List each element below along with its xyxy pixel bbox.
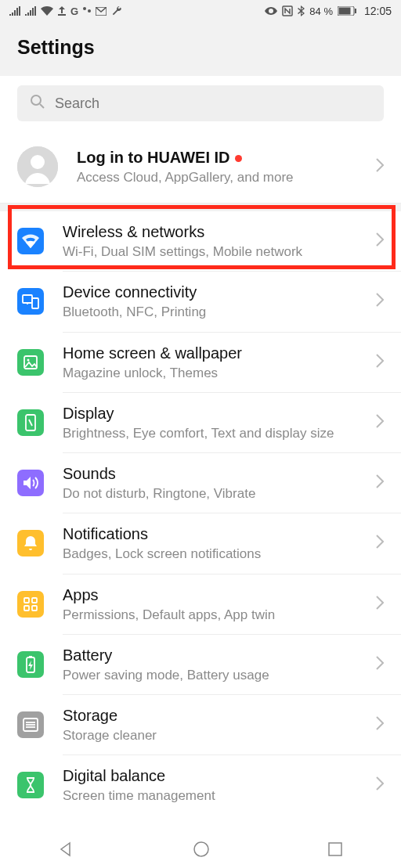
row-home-wallpaper[interactable]: Home screen & wallpaper Magazine unlock,…	[0, 333, 401, 392]
page-title: Settings	[17, 36, 384, 59]
nav-recent-button[interactable]	[327, 841, 343, 857]
svg-rect-28	[329, 843, 341, 855]
bell-icon	[17, 530, 44, 556]
chevron-right-icon	[376, 596, 384, 613]
list-subtitle: Screen time management	[63, 787, 370, 804]
status-right: 84 % 12:05	[265, 5, 392, 17]
wireless-icon	[17, 228, 44, 254]
row-body: Battery Power saving mode, Battery usage	[63, 646, 370, 683]
chevron-right-icon	[376, 656, 384, 673]
row-body: Storage Storage cleaner	[63, 706, 370, 744]
chevron-right-icon	[376, 776, 384, 794]
search-container	[0, 76, 401, 132]
svg-rect-22	[29, 656, 32, 657]
storage-icon	[17, 711, 44, 738]
list-subtitle: Power saving mode, Battery usage	[63, 667, 370, 683]
settings-list: Wireless & networks Wi-Fi, Dual SIM sett…	[0, 211, 401, 816]
list-subtitle: Wi-Fi, Dual SIM settings, Mobile network	[63, 243, 370, 260]
list-title: Home screen & wallpaper	[63, 344, 370, 363]
row-body: Wireless & networks Wi-Fi, Dual SIM sett…	[63, 222, 370, 260]
mail-icon	[96, 7, 107, 16]
apps-icon	[17, 591, 44, 618]
list-title: Wireless & networks	[63, 222, 370, 242]
list-title: Display	[63, 404, 370, 423]
huawei-title: Log in to HUAWEI ID	[77, 148, 370, 167]
list-title: Sounds	[63, 464, 370, 484]
svg-rect-20	[32, 606, 37, 610]
wrench-icon	[111, 5, 122, 16]
avatar	[17, 146, 58, 187]
svg-rect-11	[23, 295, 32, 303]
list-title: Device connectivity	[63, 283, 370, 302]
svg-rect-17	[24, 598, 29, 603]
row-storage[interactable]: Storage Storage cleaner	[0, 695, 401, 755]
list-title: Battery	[63, 646, 370, 665]
huawei-title-text: Log in to HUAWEI ID	[77, 149, 230, 166]
svg-point-10	[31, 155, 45, 169]
list-title: Notifications	[63, 524, 370, 544]
huawei-text: Log in to HUAWEI ID Access Cloud, AppGal…	[77, 148, 370, 185]
status-bar: G 84 % 12:05	[0, 0, 401, 22]
bluetooth-icon	[298, 5, 305, 16]
svg-point-7	[31, 95, 41, 105]
list-subtitle: Permissions, Default apps, App twin	[63, 607, 370, 623]
row-sounds[interactable]: Sounds Do not disturb, Ringtone, Vibrate	[0, 453, 401, 513]
row-body: Sounds Do not disturb, Ringtone, Vibrate	[63, 464, 370, 502]
nav-bar	[0, 830, 401, 868]
chevron-right-icon	[376, 716, 384, 733]
svg-point-1	[88, 9, 91, 13]
sound-icon	[17, 470, 44, 496]
row-wireless-networks[interactable]: Wireless & networks Wi-Fi, Dual SIM sett…	[0, 211, 401, 271]
section-gap	[0, 203, 401, 211]
svg-rect-12	[32, 298, 38, 308]
chevron-right-icon	[376, 474, 384, 492]
signal-icon-2	[25, 6, 36, 16]
row-device-connectivity[interactable]: Device connectivity Bluetooth, NFC, Prin…	[0, 272, 401, 331]
chevron-right-icon	[376, 354, 384, 371]
chevron-right-icon	[376, 158, 384, 175]
svg-rect-5	[338, 8, 350, 15]
connectivity-icon	[17, 288, 44, 315]
wallpaper-icon	[17, 349, 44, 376]
row-body: Apps Permissions, Default apps, App twin	[63, 585, 370, 623]
svg-rect-19	[24, 606, 29, 610]
search-input[interactable]	[55, 95, 371, 112]
row-battery[interactable]: Battery Power saving mode, Battery usage	[0, 635, 401, 694]
row-apps[interactable]: Apps Permissions, Default apps, App twin	[0, 574, 401, 634]
header: Settings	[0, 22, 401, 76]
search-box[interactable]	[17, 85, 384, 121]
row-notifications[interactable]: Notifications Badges, Lock screen notifi…	[0, 513, 401, 573]
huawei-id-row[interactable]: Log in to HUAWEI ID Access Cloud, AppGal…	[0, 132, 401, 203]
svg-point-0	[83, 7, 86, 10]
notification-dot-icon	[235, 155, 242, 162]
dots-icon	[83, 7, 91, 15]
row-digital-balance[interactable]: Digital balance Screen time management	[0, 755, 401, 815]
row-body: Display Brightness, Eye comfort, Text an…	[63, 404, 370, 441]
list-subtitle: Do not disturb, Ringtone, Vibrate	[63, 485, 370, 502]
svg-rect-18	[32, 598, 37, 603]
nav-back-button[interactable]	[58, 841, 75, 858]
status-left: G	[9, 5, 122, 17]
row-display[interactable]: Display Brightness, Eye comfort, Text an…	[0, 393, 401, 452]
list-title: Storage	[63, 706, 370, 726]
list-title: Digital balance	[63, 766, 370, 786]
battery-icon	[338, 6, 356, 16]
search-icon	[30, 94, 45, 113]
chevron-right-icon	[376, 232, 384, 250]
battery-percent: 84 %	[309, 5, 333, 17]
chevron-right-icon	[376, 535, 384, 552]
row-body: Device connectivity Bluetooth, NFC, Prin…	[63, 283, 370, 320]
nav-home-button[interactable]	[192, 840, 211, 859]
huawei-subtitle: Access Cloud, AppGallery, and more	[77, 169, 370, 185]
row-body: Notifications Badges, Lock screen notifi…	[63, 524, 370, 562]
list-subtitle: Storage cleaner	[63, 727, 370, 744]
list-subtitle: Brightness, Eye comfort, Text and displa…	[63, 425, 370, 441]
row-body: Digital balance Screen time management	[63, 766, 370, 804]
chevron-right-icon	[376, 414, 384, 431]
nfc-icon	[282, 5, 293, 16]
list-subtitle: Bluetooth, NFC, Printing	[63, 304, 370, 320]
g-icon: G	[70, 5, 78, 17]
svg-point-15	[27, 358, 30, 361]
row-body: Home screen & wallpaper Magazine unlock,…	[63, 344, 370, 381]
svg-line-8	[40, 104, 44, 108]
